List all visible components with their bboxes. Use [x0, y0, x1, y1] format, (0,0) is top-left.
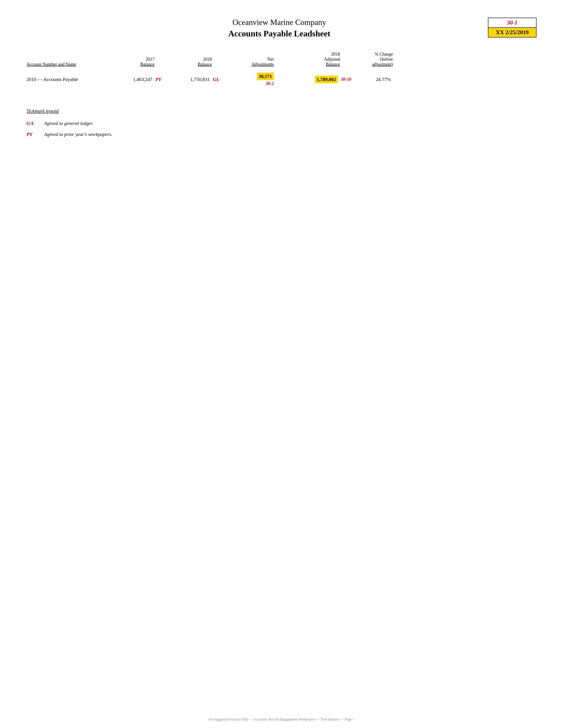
sheet-title: Accounts Payable Leadsheet — [71, 29, 488, 38]
legend-desc-gl: Agreed to general ledger. — [44, 120, 93, 126]
net-adj-ref: 30-2 — [265, 81, 274, 86]
balance-2018: 1,750,831 — [168, 77, 212, 82]
legend-code-gl: G/L — [26, 120, 44, 126]
header-container: Oceanview Marine Company Accounts Payabl… — [26, 18, 537, 38]
legend-code-py: PY — [26, 131, 44, 137]
net-adj-wrapper: 38,171 30-2 — [225, 73, 274, 86]
ref-bottom: XX 2/25/2019 — [488, 28, 536, 37]
column-headers: Account Number and Name 2017 Balance 201… — [26, 52, 537, 69]
legend-item-py: PY Agreed to prior year's workpapers. — [26, 131, 537, 137]
legend-section: Tickmark legend G/L Agreed to general le… — [26, 108, 537, 137]
reference-box: 30-1 XX 2/25/2019 — [488, 18, 537, 38]
balance-2017: 1,403,247 — [110, 77, 154, 82]
adjusted-balance: 1,789,002 — [287, 76, 340, 83]
net-adjustments-cell: 38,171 30-2 — [225, 73, 274, 86]
col-header-2017: 2017 Balance — [110, 57, 154, 67]
account-name: 2010 — Accounts Payable — [26, 77, 110, 82]
footer: For suggested Practice Only — Accounts: … — [0, 717, 563, 721]
table-row: 2010 — Accounts Payable 1,403,247 PY 1,7… — [26, 73, 537, 86]
col-header-adjusted: 2018 Adjusted Balance — [287, 52, 340, 67]
header-titles: Oceanview Marine Company Accounts Payabl… — [26, 18, 488, 38]
legend-desc-py: Agreed to prior year's workpapers. — [44, 131, 112, 137]
legend-title: Tickmark legend — [26, 108, 537, 114]
col-header-2018: 2018 Balance — [168, 57, 212, 67]
ref-top: 30-1 — [488, 18, 536, 28]
col-header-pct: % Change (before adjustment) — [358, 52, 393, 67]
tick-2017: PY — [154, 77, 168, 82]
page: Oceanview Marine Company Accounts Payabl… — [0, 0, 563, 728]
adj-ref: 30-10 — [340, 77, 358, 82]
net-adj-value: 38,171 — [257, 73, 274, 80]
adj-balance-value: 1,789,002 — [315, 76, 338, 83]
company-name: Oceanview Marine Company — [71, 18, 488, 27]
col-header-account: Account Number and Name — [26, 62, 110, 67]
legend-item-gl: G/L Agreed to general ledger. — [26, 120, 537, 126]
pct-change: 24.77% — [358, 77, 393, 82]
tick-2018: GL — [212, 77, 225, 82]
col-header-net: Net Adjustments — [225, 57, 274, 67]
table-section: Account Number and Name 2017 Balance 201… — [26, 52, 537, 86]
